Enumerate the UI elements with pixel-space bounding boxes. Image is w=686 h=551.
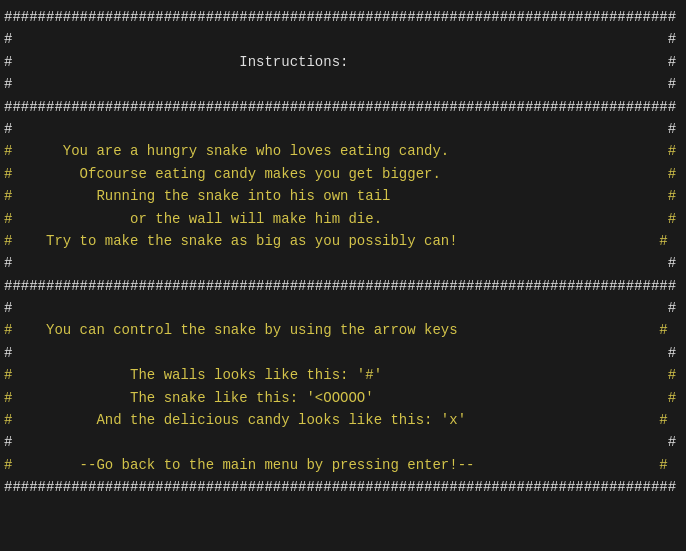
terminal-line-15: # # <box>4 342 682 364</box>
terminal-line-8: # Running the snake into his own tail # <box>4 185 682 207</box>
terminal-line-9: # or the wall will make him die. # <box>4 208 682 230</box>
terminal-line-2: # Instructions: # <box>4 51 682 73</box>
terminal-line-16: # The walls looks like this: '#' # <box>4 364 682 386</box>
terminal-line-17: # The snake like this: '<OOOOO' # <box>4 387 682 409</box>
terminal-line-21: ########################################… <box>4 476 682 498</box>
terminal-line-0: ########################################… <box>4 6 682 28</box>
terminal-line-5: # # <box>4 118 682 140</box>
terminal-line-10: # Try to make the snake as big as you po… <box>4 230 682 252</box>
terminal-line-13: # # <box>4 297 682 319</box>
terminal-line-12: ########################################… <box>4 275 682 297</box>
terminal-line-3: # # <box>4 73 682 95</box>
terminal-line-14: # You can control the snake by using the… <box>4 319 682 341</box>
terminal-line-18: # And the delicious candy looks like thi… <box>4 409 682 431</box>
terminal-line-20: # --Go back to the main menu by pressing… <box>4 454 682 476</box>
terminal-line-19: # # <box>4 431 682 453</box>
terminal-line-11: # # <box>4 252 682 274</box>
terminal-line-4: ########################################… <box>4 96 682 118</box>
terminal-line-1: # # <box>4 28 682 50</box>
terminal-window: ########################################… <box>0 0 686 551</box>
terminal-line-7: # Ofcourse eating candy makes you get bi… <box>4 163 682 185</box>
terminal-line-6: # You are a hungry snake who loves eatin… <box>4 140 682 162</box>
